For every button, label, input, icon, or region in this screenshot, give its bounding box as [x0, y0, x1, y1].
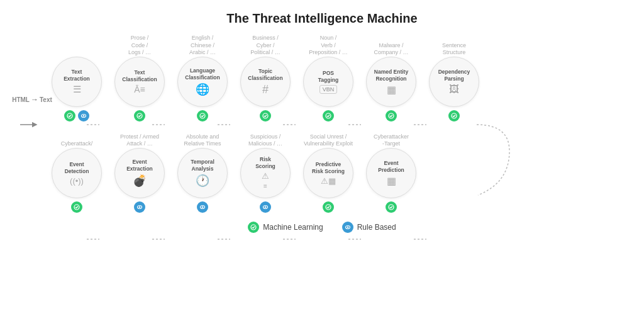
badges-event-detection [71, 201, 82, 213]
html-label: HTML [12, 96, 30, 103]
circle-risk-scoring: RiskScoring ⚠≡ [240, 148, 291, 198]
circle-event-detection: EventDetection ((•)) [52, 148, 102, 198]
badge-ml [260, 110, 271, 121]
badge-rule-legend [342, 222, 353, 233]
node-pos-tagging: Noun /Verb /Preposition / … POSTagging V… [303, 35, 353, 121]
sublabel-temporal-analysis: Absolute andRelative Times [184, 129, 221, 148]
badge-ml-legend [248, 222, 259, 233]
badge-rule [78, 110, 89, 121]
icon-text-classification: Ā≡ [134, 84, 145, 94]
sublabel-predictive-risk-scoring: Social Unrest /Vulnerability Exploit [304, 129, 353, 148]
node-label: Named EntityRecognition [374, 69, 408, 82]
legend-rb: Rule Based [342, 222, 396, 233]
connector-4 [291, 98, 303, 121]
sublabel-named-entity: Malware /Company / … [374, 38, 408, 57]
sublabel-dependency-parsing: SentenceStructure [442, 38, 466, 57]
legend: Machine Learning Rule Based [13, 222, 631, 233]
circle-text-extraction: TextExtraction ☰ [52, 57, 102, 107]
sublabel-event-detection: Cyberattack/ [61, 129, 93, 148]
legend-ml: Machine Learning [248, 222, 323, 233]
icon-topic-classification: # [262, 83, 269, 96]
node-label: TemporalAnalysis [191, 159, 214, 172]
node-label: RiskScoring [255, 156, 275, 170]
legend-ml-label: Machine Learning [263, 223, 323, 232]
icon-event-prediction: ▦ [387, 175, 396, 187]
node-event-prediction: Cyberattacker-Target EventPrediction ▦ [366, 129, 416, 213]
badge-rule [134, 201, 145, 213]
badges-dependency-parsing [448, 110, 460, 121]
icon-risk-scoring: ⚠≡ [262, 171, 269, 190]
badges-predictive-risk-scoring [323, 201, 334, 213]
badges-language-classification [197, 110, 208, 121]
circle-text-classification: TextClassification Ā≡ [114, 57, 165, 107]
connector-r2-1 [102, 189, 114, 213]
icon-predictive-risk-scoring: ⚠▦ [321, 176, 336, 186]
badges-text-extraction [64, 110, 89, 121]
sublabel-event-prediction: Cyberattacker-Target [374, 129, 409, 148]
node-temporal-analysis: Absolute andRelative Times TemporalAnaly… [177, 129, 228, 213]
node-text-classification: Prose /Code /Logs / … TextClassification… [114, 35, 165, 121]
sublabel-topic-classification: Business /Cyber /Political / … [250, 35, 280, 57]
badge-ml [323, 110, 334, 121]
icon-dependency-parsing: 🖼 [449, 84, 459, 95]
badge-ml [323, 201, 334, 213]
html-to-text: HTML → Text [13, 84, 52, 121]
connector-r2-2 [165, 189, 177, 213]
node-label: TextClassification [122, 69, 157, 83]
node-named-entity: Malware /Company / … Named EntityRecogni… [366, 38, 416, 121]
connector-r2-5 [353, 189, 366, 213]
node-topic-classification: Business /Cyber /Political / … TopicClas… [240, 35, 291, 121]
sublabel-language-classification: English /Chinese /Arabic / … [189, 35, 216, 57]
icon-event-detection: ((•)) [70, 176, 84, 186]
svg-point-24 [139, 206, 140, 208]
connector-3 [228, 98, 240, 121]
page: The Threat Intelligence Machine [0, 0, 644, 316]
connector-2 [165, 98, 177, 121]
arrow-icon: → [31, 95, 38, 104]
node-label: PredictiveRisk Scoring [312, 161, 345, 175]
connector-6 [416, 98, 429, 121]
node-event-detection: Cyberattack/ EventDetection ((•)) [52, 129, 102, 213]
circle-temporal-analysis: TemporalAnalysis 🕐 [177, 148, 228, 198]
text-label: Text [40, 96, 52, 103]
circle-dependency-parsing: DependencyParsing 🖼 [429, 57, 479, 107]
circle-language-classification: LanguageClassification 🌐 [177, 57, 228, 107]
page-title: The Threat Intelligence Machine [13, 11, 631, 26]
circle-named-entity: Named EntityRecognition ▦ [366, 57, 416, 107]
badge-rule [197, 201, 208, 213]
badges-named-entity [386, 110, 397, 121]
svg-point-26 [202, 206, 203, 208]
node-dependency-parsing: SentenceStructure DependencyParsing 🖼 [429, 38, 479, 121]
svg-point-15 [83, 115, 84, 116]
icon-event-extraction: 💣 [133, 174, 147, 188]
node-label: LanguageClassification [185, 67, 219, 81]
node-predictive-risk-scoring: Social Unrest /Vulnerability Exploit Pre… [303, 129, 353, 213]
node-label: TopicClassification [248, 68, 282, 82]
icon-text-extraction: ☰ [73, 84, 81, 95]
sublabel-pos-tagging: Noun /Verb /Preposition / … [309, 35, 348, 57]
badge-ml [448, 110, 460, 121]
connector-r2-4 [291, 189, 303, 213]
node-language-classification: English /Chinese /Arabic / … LanguageCla… [177, 35, 228, 121]
badges-pos-tagging [323, 110, 334, 121]
node-label: TextExtraction [64, 69, 90, 82]
icon-language-classification: 🌐 [196, 82, 209, 96]
icon-named-entity: ▦ [387, 84, 396, 96]
badges-event-extraction [134, 201, 145, 213]
circle-topic-classification: TopicClassification # [240, 57, 291, 107]
badge-ml [386, 110, 397, 121]
circle-event-prediction: EventPrediction ▦ [366, 148, 416, 198]
badges-event-prediction [386, 201, 397, 213]
svg-point-28 [265, 206, 266, 208]
sublabel-event-extraction: Protest / ArmedAttack / … [120, 129, 159, 148]
badge-ml [71, 201, 82, 213]
icon-temporal-analysis: 🕐 [196, 174, 209, 188]
badges-text-classification [134, 110, 145, 121]
badge-ml [197, 110, 208, 121]
node-label: EventExtraction [126, 159, 153, 172]
node-label: EventDetection [65, 161, 89, 175]
node-text-extraction: TextExtraction ☰ [52, 38, 102, 121]
node-label: DependencyParsing [438, 69, 470, 82]
node-label: POSTagging [318, 70, 338, 84]
connector-5 [353, 98, 366, 121]
